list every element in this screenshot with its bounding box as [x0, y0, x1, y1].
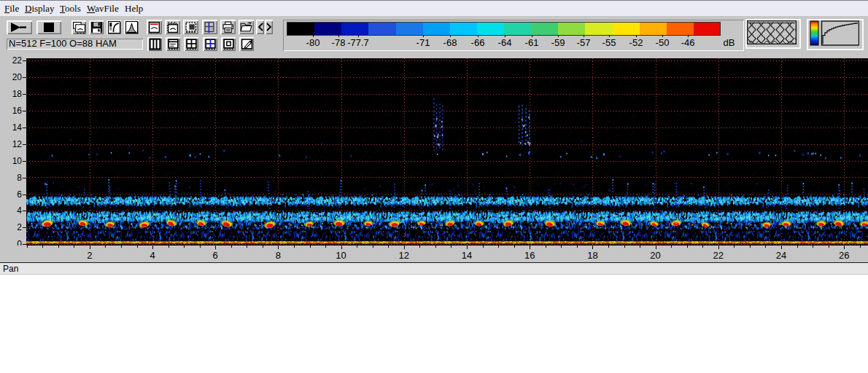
svg-text:s: s: [210, 25, 214, 33]
